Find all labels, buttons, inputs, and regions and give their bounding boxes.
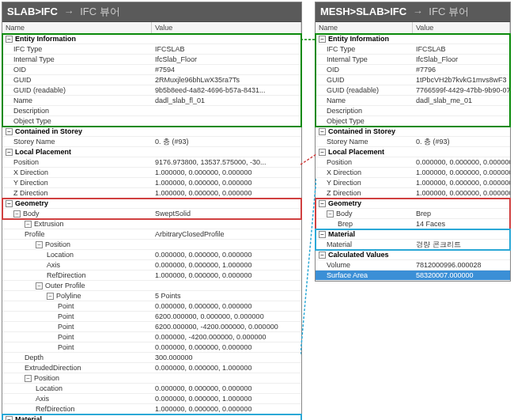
col-value[interactable]: Value bbox=[152, 22, 301, 33]
col-value[interactable]: Value bbox=[413, 22, 510, 33]
tree-row[interactable]: Position0.000000, 0.000000, 0.000000 bbox=[316, 157, 510, 168]
row-value: dadl_slab_me_01 bbox=[413, 96, 510, 105]
expand-icon[interactable]: − bbox=[36, 282, 43, 289]
row-value: 1.000000, 0.000000, 0.000000 bbox=[413, 168, 510, 177]
tree-row[interactable]: −Position bbox=[2, 240, 301, 250]
tree-row[interactable]: −Calculated Values bbox=[316, 250, 510, 260]
expand-icon[interactable]: − bbox=[47, 293, 54, 300]
title-sub: IFC 뷰어 bbox=[429, 6, 469, 17]
row-name: GUID (readable) bbox=[327, 86, 379, 94]
tree-row[interactable]: X Direction1.000000, 0.000000, 0.000000 bbox=[316, 168, 510, 178]
tree-row[interactable]: Point0.000000, -4200.000000, 0.000000 bbox=[2, 332, 301, 342]
tree-row[interactable]: Z Direction1.000000, 0.000000, 0.000000 bbox=[2, 188, 301, 199]
tree-row[interactable]: −Entity Information bbox=[2, 34, 301, 44]
tree-row[interactable]: −Position bbox=[2, 373, 301, 384]
tree-row[interactable]: Internal TypeIfcSlab_Floor bbox=[2, 55, 301, 65]
expand-icon[interactable]: − bbox=[6, 36, 13, 43]
tree-row[interactable]: Namedadl_slab_me_01 bbox=[316, 96, 510, 106]
tree-row[interactable]: Point6200.000000, 0.000000, 0.000000 bbox=[2, 312, 301, 322]
tree-row[interactable]: −Local Placement bbox=[316, 147, 510, 157]
expand-icon[interactable]: − bbox=[319, 149, 326, 156]
tree-row[interactable]: Namedadl_slab_fl_01 bbox=[2, 96, 301, 106]
row-value: #7796 bbox=[413, 65, 510, 74]
row-value: 14 Faces bbox=[413, 219, 510, 229]
tree-row[interactable]: Storey Name0. 층 (#93) bbox=[2, 137, 301, 147]
tree-row[interactable]: −BodySweptSolid bbox=[2, 209, 301, 219]
tree-row[interactable]: Volume7812000996.000028 bbox=[316, 260, 510, 271]
tree-row[interactable]: OID#7796 bbox=[316, 65, 510, 75]
row-name: Axis bbox=[36, 395, 49, 403]
tree-row[interactable]: Object Type bbox=[2, 116, 301, 127]
tree-row[interactable]: Axis0.000000, 0.000000, 1.000000 bbox=[2, 394, 301, 404]
expand-icon[interactable]: − bbox=[25, 375, 32, 382]
expand-icon[interactable]: − bbox=[319, 252, 326, 259]
col-name[interactable]: Name bbox=[316, 22, 413, 33]
tree-row[interactable]: Position9176.973800, 13537.575000, -30..… bbox=[2, 157, 301, 168]
tree-row[interactable]: −Outer Profile bbox=[2, 281, 301, 291]
tree-row[interactable]: −Material bbox=[316, 229, 510, 240]
tree-row[interactable]: GUID (readable)9b5b8eed-4a82-4696-b57a-8… bbox=[2, 85, 301, 96]
expand-icon[interactable]: − bbox=[319, 200, 326, 207]
expand-icon[interactable]: − bbox=[25, 221, 32, 228]
expand-icon[interactable]: − bbox=[319, 128, 326, 135]
row-name: IFC Type bbox=[327, 45, 355, 53]
row-name: Calculated Values bbox=[328, 251, 389, 259]
tree-row[interactable]: OID#7594 bbox=[2, 65, 301, 75]
right-tree[interactable]: −Entity InformationIFC TypeIFCSLABIntern… bbox=[316, 34, 510, 281]
tree-row[interactable]: Description bbox=[316, 106, 510, 116]
tree-row[interactable]: ProfileArbitraryClosedProfile bbox=[2, 229, 301, 240]
tree-row[interactable]: X Direction1.000000, 0.000000, 0.000000 bbox=[2, 168, 301, 178]
tree-row[interactable]: Internal TypeIfcSlab_Floor bbox=[316, 55, 510, 65]
expand-icon[interactable]: − bbox=[13, 210, 21, 218]
expand-icon[interactable]: − bbox=[6, 128, 13, 135]
tree-row[interactable]: RefDirection1.000000, 0.000000, 0.000000 bbox=[2, 404, 301, 414]
tree-row[interactable]: Description bbox=[2, 106, 301, 116]
tree-row[interactable]: Depth300.000000 bbox=[2, 353, 301, 363]
tree-row[interactable]: GUID1tPbcVH2b7kvkG1mvs8wF3 bbox=[316, 75, 510, 85]
tree-row[interactable]: GUID2RMuxjle96bhLwX35ra7Ts bbox=[2, 75, 301, 85]
tree-row[interactable]: Point6200.000000, -4200.000000, 0.000000 bbox=[2, 322, 301, 332]
col-name[interactable]: Name bbox=[2, 22, 152, 33]
left-tree[interactable]: −Entity InformationIFC TypeIFCSLABIntern… bbox=[2, 34, 301, 420]
tree-row[interactable]: Y Direction1.000000, 0.000000, 0.000000 bbox=[2, 178, 301, 188]
tree-row[interactable]: −Geometry bbox=[316, 199, 510, 209]
expand-icon[interactable]: − bbox=[327, 210, 334, 218]
tree-row[interactable]: Surface Area58320007.000000 bbox=[316, 271, 510, 281]
tree-row[interactable]: −Geometry bbox=[2, 199, 301, 209]
expand-icon[interactable]: − bbox=[319, 36, 326, 43]
tree-row[interactable]: Z Direction1.000000, 0.000000, 0.000000 bbox=[316, 188, 510, 199]
tree-row[interactable]: −Contained in Storey bbox=[316, 127, 510, 137]
tree-row[interactable]: Object Type bbox=[316, 116, 510, 127]
tree-row[interactable]: Storey Name0. 층 (#93) bbox=[316, 137, 510, 147]
tree-row[interactable]: Point0.000000, 0.000000, 0.000000 bbox=[2, 301, 301, 312]
row-name: Extrusion bbox=[34, 220, 64, 228]
tree-row[interactable]: −Local Placement bbox=[2, 147, 301, 157]
tree-row[interactable]: Location0.000000, 0.000000, 0.000000 bbox=[2, 384, 301, 394]
expand-icon[interactable]: − bbox=[6, 416, 13, 420]
expand-icon[interactable]: − bbox=[36, 241, 43, 248]
row-value: ArbitraryClosedProfile bbox=[152, 229, 301, 239]
tree-row[interactable]: −Entity Information bbox=[316, 34, 510, 44]
tree-row[interactable]: RefDirection1.000000, 0.000000, 0.000000 bbox=[2, 271, 301, 281]
tree-row[interactable]: Location0.000000, 0.000000, 0.000000 bbox=[2, 250, 301, 260]
tree-row[interactable]: −Material bbox=[2, 414, 301, 420]
row-value: IFCSLAB bbox=[413, 44, 510, 54]
row-value: 7812000996.000028 bbox=[413, 260, 510, 270]
tree-row[interactable]: −Polyline5 Points bbox=[2, 291, 301, 301]
tree-row[interactable]: IFC TypeIFCSLAB bbox=[2, 44, 301, 55]
tree-row[interactable]: −Extrusion bbox=[2, 219, 301, 229]
tree-row[interactable]: Brep14 Faces bbox=[316, 219, 510, 229]
tree-row[interactable]: ExtrudedDirection0.000000, 0.000000, 1.0… bbox=[2, 363, 301, 373]
right-panel: MESH>SLAB>IFC → IFC 뷰어 Name Value −Entit… bbox=[315, 2, 511, 282]
tree-row[interactable]: Point0.000000, 0.000000, 0.000000 bbox=[2, 342, 301, 353]
tree-row[interactable]: Y Direction1.000000, 0.000000, 0.000000 bbox=[316, 178, 510, 188]
tree-row[interactable]: IFC TypeIFCSLAB bbox=[316, 44, 510, 55]
tree-row[interactable]: Material경량 콘크리트 bbox=[316, 240, 510, 250]
tree-row[interactable]: GUID (readable)7766599f-4429-47bb-9b90-0… bbox=[316, 85, 510, 96]
tree-row[interactable]: −BodyBrep bbox=[316, 209, 510, 219]
tree-row[interactable]: −Contained in Storey bbox=[2, 127, 301, 137]
expand-icon[interactable]: − bbox=[6, 200, 13, 207]
expand-icon[interactable]: − bbox=[6, 149, 13, 156]
tree-row[interactable]: Axis0.000000, 0.000000, 1.000000 bbox=[2, 260, 301, 271]
expand-icon[interactable]: − bbox=[319, 231, 326, 238]
